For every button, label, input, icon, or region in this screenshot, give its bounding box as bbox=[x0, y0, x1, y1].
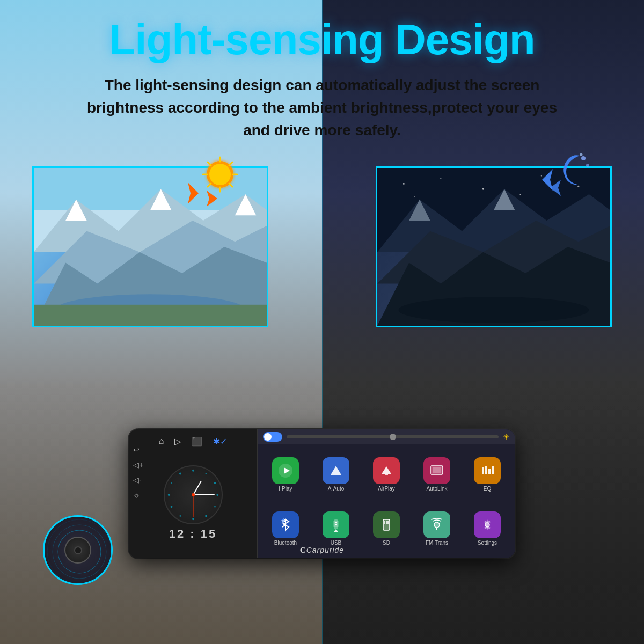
app-iplay[interactable]: i-Play bbox=[262, 449, 309, 500]
brightness-toggle[interactable] bbox=[263, 432, 282, 442]
svg-rect-59 bbox=[433, 467, 441, 473]
clock-second-hand bbox=[193, 495, 193, 517]
svg-marker-16 bbox=[550, 180, 561, 196]
svg-point-29 bbox=[440, 178, 441, 179]
vol-up-icon[interactable]: ◁+ bbox=[133, 460, 143, 469]
brightness-slider[interactable] bbox=[287, 435, 499, 438]
svg-point-42 bbox=[205, 473, 207, 474]
clock-area: 12 : 15 bbox=[164, 452, 223, 554]
analog-clock bbox=[164, 465, 223, 524]
vol-down-icon[interactable]: ◁- bbox=[133, 475, 143, 484]
svg-point-52 bbox=[179, 472, 181, 474]
svg-point-80 bbox=[47, 519, 112, 584]
usb-label: USB bbox=[331, 540, 342, 546]
airplay-label: AirPlay bbox=[378, 486, 395, 492]
svg-rect-63 bbox=[492, 466, 494, 474]
screen-dim bbox=[376, 166, 612, 327]
svg-marker-67 bbox=[333, 529, 339, 532]
brightness-sun-icon: ☀ bbox=[503, 433, 510, 441]
svg-rect-70 bbox=[335, 524, 337, 525]
device-container: ⌂ ▷ ⬛ ✱✓ ↩ ◁+ ◁- ☼ bbox=[121, 429, 523, 601]
device-right-panel: ☀ i-Play bbox=[258, 429, 515, 558]
svg-point-34 bbox=[519, 194, 521, 195]
app-eq[interactable]: EQ bbox=[464, 449, 511, 500]
svg-rect-62 bbox=[488, 469, 491, 474]
svg-point-41 bbox=[192, 469, 194, 471]
app-autolink[interactable]: AutoLink bbox=[413, 449, 460, 500]
app-sd[interactable]: SD bbox=[363, 503, 410, 554]
eq-icon bbox=[474, 457, 501, 484]
svg-point-40 bbox=[398, 297, 589, 323]
app-aauto[interactable]: A-Auto bbox=[312, 449, 360, 500]
digital-time: 12 : 15 bbox=[169, 527, 217, 541]
autolink-label: AutoLink bbox=[427, 486, 448, 492]
fm-label: FM Trans bbox=[426, 540, 448, 546]
svg-point-50 bbox=[167, 494, 170, 496]
svg-rect-72 bbox=[384, 521, 385, 524]
svg-point-14 bbox=[580, 153, 583, 156]
bluetooth-status-icon[interactable]: ✱✓ bbox=[213, 436, 227, 447]
svg-marker-56 bbox=[382, 466, 391, 474]
svg-point-78 bbox=[58, 530, 101, 573]
left-controls: ↩ ◁+ ◁- ☼ bbox=[133, 445, 143, 499]
svg-rect-57 bbox=[385, 474, 388, 475]
brightness-icon[interactable]: ☼ bbox=[133, 491, 143, 499]
svg-point-75 bbox=[434, 522, 440, 528]
moon-icon bbox=[555, 150, 593, 190]
brightness-bar: ☀ bbox=[258, 429, 515, 444]
sd-label: SD bbox=[383, 540, 390, 546]
play-icon[interactable]: ▷ bbox=[174, 436, 181, 447]
svg-marker-10 bbox=[188, 182, 199, 204]
app-airplay[interactable]: AirPlay bbox=[363, 449, 410, 500]
svg-rect-69 bbox=[335, 522, 337, 523]
app-settings[interactable]: Settings bbox=[464, 503, 511, 554]
page-title: Light-sensing Design bbox=[43, 16, 601, 63]
app-grid: i-Play A-Auto bbox=[258, 444, 515, 558]
device-body: ⌂ ▷ ⬛ ✱✓ ↩ ◁+ ◁- ☼ bbox=[129, 429, 515, 558]
svg-point-12 bbox=[581, 156, 586, 160]
svg-point-43 bbox=[214, 481, 216, 484]
svg-rect-61 bbox=[485, 466, 487, 474]
iplay-label: i-Play bbox=[279, 486, 292, 492]
svg-rect-26 bbox=[34, 305, 267, 326]
svg-rect-60 bbox=[482, 467, 484, 474]
subtitle-text: The light-sensing design can automatical… bbox=[80, 74, 564, 142]
svg-point-49 bbox=[170, 506, 172, 508]
svg-point-46 bbox=[205, 515, 207, 517]
svg-point-44 bbox=[216, 494, 218, 496]
top-section: Light-sensing Design The light-sensing d… bbox=[0, 0, 644, 152]
device-left-panel: ⌂ ▷ ⬛ ✱✓ ↩ ◁+ ◁- ☼ bbox=[129, 429, 258, 558]
aauto-icon bbox=[323, 457, 349, 484]
clock-center-dot bbox=[192, 493, 195, 496]
back-icon[interactable]: ↩ bbox=[133, 445, 143, 454]
settings-icon bbox=[474, 511, 501, 538]
svg-line-7 bbox=[229, 184, 232, 187]
iplay-icon bbox=[272, 457, 299, 484]
svg-line-8 bbox=[229, 162, 232, 165]
home-icon[interactable]: ⌂ bbox=[159, 436, 164, 447]
aauto-label: A-Auto bbox=[328, 486, 345, 492]
svg-point-51 bbox=[171, 482, 172, 484]
svg-point-48 bbox=[179, 515, 181, 517]
svg-point-45 bbox=[214, 506, 216, 507]
sd-icon bbox=[373, 511, 400, 538]
fm-icon bbox=[423, 511, 450, 538]
svg-point-33 bbox=[414, 196, 415, 197]
eq-label: EQ bbox=[484, 486, 491, 492]
clock-minute-hand bbox=[193, 494, 215, 495]
camera-icon[interactable]: ⬛ bbox=[192, 436, 202, 447]
autolink-icon bbox=[423, 457, 450, 484]
bluetooth-icon: B bbox=[272, 511, 299, 538]
airplay-icon bbox=[373, 457, 400, 484]
app-fm[interactable]: FM Trans bbox=[413, 503, 460, 554]
svg-line-6 bbox=[208, 162, 211, 165]
svg-marker-11 bbox=[207, 191, 217, 207]
brand-name: CCarpuride bbox=[300, 546, 344, 555]
svg-point-1 bbox=[209, 164, 231, 185]
svg-rect-74 bbox=[387, 521, 389, 524]
screens-area bbox=[0, 145, 644, 349]
bluetooth-label: Bluetooth bbox=[274, 540, 297, 546]
light-sensor bbox=[43, 515, 113, 585]
svg-point-28 bbox=[403, 183, 405, 185]
svg-point-79 bbox=[53, 525, 106, 579]
